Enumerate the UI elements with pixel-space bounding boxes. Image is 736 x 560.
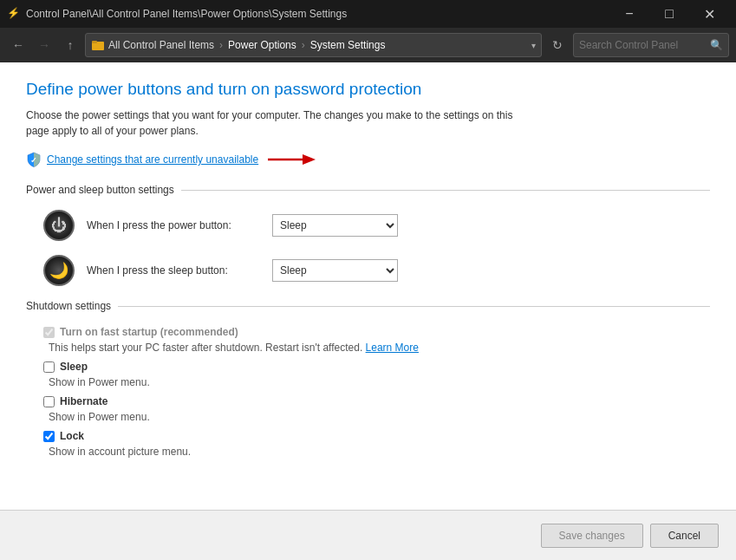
titlebar-title: Control Panel\All Control Panel Items\Po… xyxy=(26,8,609,20)
shutdown-item-sleep: Sleep Show in Power menu. xyxy=(26,361,710,388)
shutdown-item-lock: Lock Show in account picture menu. xyxy=(26,430,710,458)
titlebar: ⚡ Control Panel\All Control Panel Items\… xyxy=(0,0,736,28)
footer: Save changes Cancel xyxy=(0,510,736,560)
address-chevron-icon: ▾ xyxy=(531,41,536,50)
sleep-checkbox-desc: Show in Power menu. xyxy=(49,376,710,388)
lock-checkbox[interactable] xyxy=(43,431,55,442)
breadcrumb-all-items: All Control Panel Items xyxy=(108,39,214,51)
sleep-button-dropdown[interactable]: Do nothing Sleep Hibernate Shut down Tur… xyxy=(272,259,398,282)
hibernate-checkbox-row: Hibernate xyxy=(43,395,710,407)
breadcrumb-current: System Settings xyxy=(310,39,386,51)
forward-button[interactable]: → xyxy=(33,34,55,56)
back-button[interactable]: ← xyxy=(7,34,29,56)
power-button-label: When I press the power button: xyxy=(87,219,260,231)
shutdown-divider-line xyxy=(118,306,710,307)
learn-more-link[interactable]: Learn More xyxy=(366,342,419,354)
fast-startup-label: Turn on fast startup (recommended) xyxy=(60,326,238,338)
sleep-checkbox[interactable] xyxy=(43,361,55,373)
lock-checkbox-row: Lock xyxy=(43,430,710,442)
up-button[interactable]: ↑ xyxy=(59,34,81,56)
save-button[interactable]: Save changes xyxy=(541,524,643,548)
fast-startup-checkbox-row: Turn on fast startup (recommended) xyxy=(43,326,710,338)
shutdown-item-fast-startup: Turn on fast startup (recommended) This … xyxy=(26,326,710,354)
lock-checkbox-desc: Show in account picture menu. xyxy=(49,446,710,458)
breadcrumb-power-options[interactable]: Power Options xyxy=(228,39,296,51)
window-controls: − □ ✕ xyxy=(609,0,729,28)
search-icon: 🔍 xyxy=(710,39,723,51)
shutdown-section-header: Shutdown settings xyxy=(26,300,710,312)
page-title: Define power buttons and turn on passwor… xyxy=(26,80,710,99)
change-settings-text: Change settings that are currently unava… xyxy=(47,153,258,166)
shield-icon: ✓ xyxy=(26,152,42,167)
sleep-checkbox-row: Sleep xyxy=(43,361,710,373)
power-sleep-section-label: Power and sleep button settings xyxy=(26,184,174,196)
refresh-button[interactable]: ↻ xyxy=(545,33,570,57)
content-area: Define power buttons and turn on passwor… xyxy=(0,62,736,510)
hibernate-checkbox-label: Hibernate xyxy=(60,395,107,407)
section-divider-line xyxy=(181,190,710,191)
change-settings-link[interactable]: ✓ Change settings that are currently una… xyxy=(26,151,324,168)
sleep-button-label: When I press the sleep button: xyxy=(87,264,260,277)
folder-icon xyxy=(91,38,105,52)
sleep-button-row: 🌙 When I press the sleep button: Do noth… xyxy=(43,255,710,286)
minimize-button[interactable]: − xyxy=(609,0,649,28)
search-input[interactable] xyxy=(579,39,710,51)
shutdown-section-label: Shutdown settings xyxy=(26,300,111,312)
hibernate-checkbox[interactable] xyxy=(43,396,55,407)
addressbar: ← → ↑ All Control Panel Items › Power Op… xyxy=(0,28,736,62)
svg-text:✓: ✓ xyxy=(30,156,37,165)
maximize-button[interactable]: □ xyxy=(649,0,689,28)
shutdown-item-hibernate: Hibernate Show in Power menu. xyxy=(26,395,710,423)
address-box[interactable]: All Control Panel Items › Power Options … xyxy=(85,33,542,57)
power-sleep-section-header: Power and sleep button settings xyxy=(26,184,710,196)
power-button-icon: ⏻ xyxy=(43,210,75,241)
hibernate-checkbox-desc: Show in Power menu. xyxy=(49,411,710,423)
power-button-dropdown[interactable]: Do nothing Sleep Hibernate Shut down Tur… xyxy=(272,214,398,237)
power-button-row: ⏻ When I press the power button: Do noth… xyxy=(43,210,710,241)
search-box[interactable]: 🔍 xyxy=(573,33,729,57)
fast-startup-checkbox[interactable] xyxy=(43,327,55,338)
svg-rect-1 xyxy=(92,41,97,43)
fast-startup-desc: This helps start your PC faster after sh… xyxy=(49,342,710,354)
lock-checkbox-label: Lock xyxy=(60,430,84,442)
close-button[interactable]: ✕ xyxy=(689,0,729,28)
svg-marker-4 xyxy=(303,154,316,165)
page-description: Choose the power settings that you want … xyxy=(26,107,529,139)
sleep-checkbox-label: Sleep xyxy=(60,361,88,373)
app-icon: ⚡ xyxy=(7,7,21,21)
sleep-button-icon: 🌙 xyxy=(43,255,75,286)
cancel-button[interactable]: Cancel xyxy=(650,524,719,548)
red-arrow-icon xyxy=(264,151,324,168)
